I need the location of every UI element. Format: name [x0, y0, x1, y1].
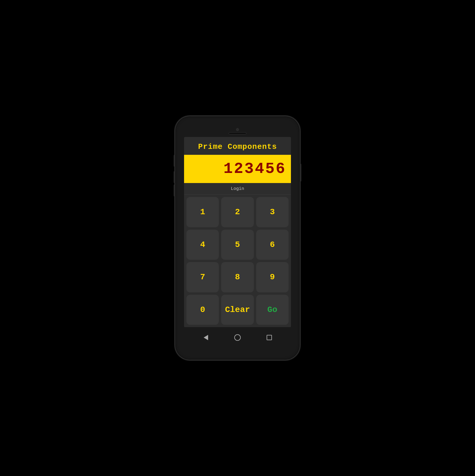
phone-bottom-bar [175, 327, 300, 348]
phone-device: Prime Components 123456 Login 1 2 3 4 5 … [175, 116, 300, 360]
key-9[interactable]: 9 [256, 262, 289, 292]
clear-button[interactable]: Clear [221, 295, 254, 325]
back-button[interactable] [202, 333, 210, 342]
key-6[interactable]: 6 [256, 230, 289, 260]
back-icon [204, 335, 208, 340]
display-area: 123456 [184, 155, 291, 183]
recents-button[interactable] [265, 333, 273, 342]
login-label: Login [231, 186, 244, 191]
keypad: 1 2 3 4 5 6 7 8 9 0 Clear Go [184, 195, 291, 327]
key-4[interactable]: 4 [186, 230, 219, 260]
recents-icon [267, 335, 272, 340]
login-row: Login [184, 183, 291, 195]
key-8[interactable]: 8 [221, 262, 254, 292]
key-0[interactable]: 0 [186, 295, 219, 325]
key-7[interactable]: 7 [186, 262, 219, 292]
home-icon [234, 334, 241, 341]
display-value: 123456 [224, 160, 286, 178]
phone-screen: Prime Components 123456 Login 1 2 3 4 5 … [184, 137, 291, 327]
key-2[interactable]: 2 [221, 197, 254, 227]
key-3[interactable]: 3 [256, 197, 289, 227]
camera-dot [236, 128, 239, 131]
speaker-grille [229, 132, 246, 135]
app-title-bar: Prime Components [184, 137, 291, 155]
home-button[interactable] [233, 333, 242, 342]
key-1[interactable]: 1 [186, 197, 219, 227]
app-title-text: Prime Components [198, 142, 277, 151]
go-button[interactable]: Go [256, 295, 289, 325]
key-5[interactable]: 5 [221, 230, 254, 260]
phone-top-bar [175, 116, 300, 137]
